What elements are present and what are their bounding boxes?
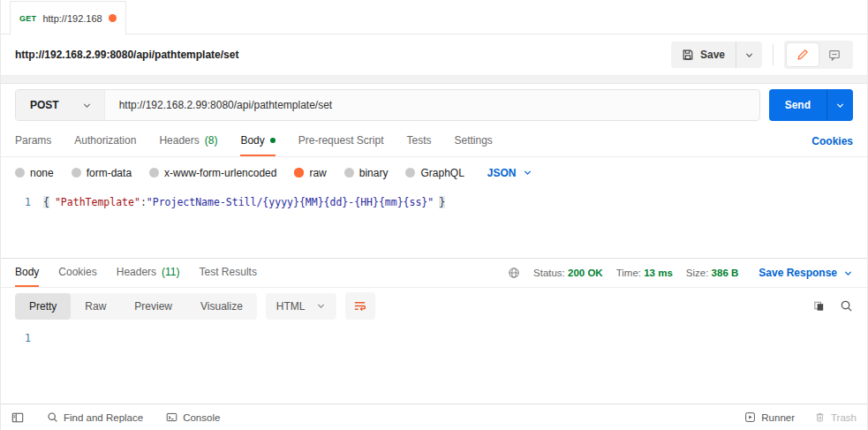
- request-title-row: http://192.168.2.99:8080/api/pathtemplat…: [1, 34, 867, 76]
- radio-icon: [72, 168, 81, 177]
- request-tabs-row: Params Authorization Headers(8) Body Pre…: [1, 126, 867, 157]
- body-type-form-data[interactable]: form-data: [72, 167, 132, 179]
- response-line-number: 1: [1, 332, 43, 344]
- pencil-icon: [796, 49, 809, 61]
- tab-settings[interactable]: Settings: [455, 126, 493, 156]
- headers-count: (8): [205, 134, 218, 147]
- language-value: JSON: [487, 167, 517, 179]
- tab-headers[interactable]: Headers(8): [159, 126, 217, 156]
- request-tab[interactable]: GET http://192.168..: [10, 1, 126, 34]
- language-dropdown[interactable]: JSON: [487, 167, 532, 179]
- body-type-none[interactable]: none: [15, 167, 54, 179]
- response-headers-count: (11): [162, 266, 179, 278]
- title-actions: Save: [671, 41, 853, 69]
- trash-button[interactable]: Trash: [814, 411, 857, 423]
- wrap-text-button[interactable]: [345, 292, 375, 320]
- save-button[interactable]: Save: [671, 41, 736, 68]
- response-tab-body[interactable]: Body: [15, 259, 39, 287]
- radio-selected-icon: [294, 168, 304, 177]
- response-tab-cookies[interactable]: Cookies: [58, 259, 96, 287]
- cookies-link[interactable]: Cookies: [811, 126, 853, 156]
- copy-icon[interactable]: [812, 299, 826, 313]
- toggle-sidebar-icon[interactable]: [11, 411, 24, 424]
- tab-tests[interactable]: Tests: [406, 126, 431, 156]
- wrap-text-icon: [353, 299, 366, 313]
- chevron-down-icon: [82, 101, 92, 110]
- unsaved-changes-dot: [109, 14, 117, 22]
- view-tab-preview[interactable]: Preview: [120, 293, 186, 320]
- edit-mode-button[interactable]: [787, 43, 819, 66]
- radio-icon: [405, 168, 415, 177]
- chevron-down-icon: [316, 301, 326, 311]
- status-value: 200 OK: [568, 268, 603, 278]
- time-pair: Time: 13 ms: [616, 268, 673, 278]
- radio-icon: [149, 168, 159, 177]
- response-tab-headers[interactable]: Headers(11): [117, 259, 180, 287]
- save-response-button[interactable]: Save Response: [759, 267, 853, 279]
- save-icon: [682, 49, 694, 61]
- method-value: POST: [30, 99, 59, 111]
- view-tab-raw[interactable]: Raw: [71, 293, 120, 320]
- body-type-graphql[interactable]: GraphQL: [405, 167, 464, 179]
- trash-icon: [814, 411, 826, 423]
- find-and-replace-button[interactable]: Find and Replace: [47, 411, 143, 423]
- chevron-down-icon: [843, 268, 853, 278]
- tab-params[interactable]: Params: [15, 126, 51, 156]
- response-body-viewer[interactable]: 1: [1, 324, 867, 404]
- body-type-raw[interactable]: raw: [294, 167, 326, 179]
- status-bar: Find and Replace Console Runner Trash: [1, 404, 867, 430]
- format-value: HTML: [276, 300, 306, 313]
- response-tabs: Body Cookies Headers(11) Test Results: [15, 259, 508, 287]
- request-name: http://192.168.2.99:8080/api/pathtemplat…: [15, 49, 671, 61]
- tab-strip: GET http://192.168..: [1, 0, 867, 34]
- view-tab-visualize[interactable]: Visualize: [186, 293, 257, 320]
- size-pair: Size: 386 B: [686, 268, 738, 278]
- app-window: GET http://192.168.. http://192.168.2.99…: [0, 0, 868, 430]
- chevron-down-icon: [835, 101, 845, 110]
- url-control: POST http://192.168.2.99:8080/api/pathte…: [15, 89, 760, 121]
- tab-authorization[interactable]: Authorization: [74, 126, 136, 156]
- runner-icon: [744, 411, 756, 423]
- response-actions: [812, 299, 853, 313]
- save-button-group: Save: [671, 41, 762, 68]
- tab-title: http://192.168..: [42, 13, 102, 24]
- time-value: 13 ms: [644, 268, 673, 278]
- body-type-urlencoded[interactable]: x-www-form-urlencoded: [149, 167, 276, 179]
- response-meta: Status: 200 OK Time: 13 ms Size: 386 B S…: [508, 259, 853, 287]
- network-globe-icon[interactable]: [508, 267, 520, 279]
- tab-method-label: GET: [19, 14, 36, 23]
- runner-button[interactable]: Runner: [744, 411, 795, 423]
- search-icon[interactable]: [840, 299, 853, 313]
- request-builder-row: POST http://192.168.2.99:8080/api/pathte…: [1, 84, 867, 126]
- status-pair: Status: 200 OK: [533, 268, 603, 278]
- tab-pre-request-script[interactable]: Pre-request Script: [298, 126, 384, 156]
- chevron-down-icon: [523, 168, 532, 177]
- status-bar-right: Runner Trash: [744, 411, 857, 423]
- view-tab-pretty[interactable]: Pretty: [15, 293, 71, 320]
- radio-icon: [344, 168, 354, 177]
- chevron-down-icon: [744, 50, 754, 60]
- response-line: 1: [1, 332, 867, 344]
- send-button[interactable]: Send: [769, 89, 826, 121]
- request-body-editor[interactable]: 1 {"PathTemplate":"ProjectName-Still/{yy…: [1, 188, 867, 259]
- tab-body[interactable]: Body: [240, 126, 275, 156]
- request-tabs: Params Authorization Headers(8) Body Pre…: [15, 126, 811, 156]
- divider: [773, 44, 774, 65]
- response-view-tabs: Pretty Raw Preview Visualize: [15, 293, 257, 320]
- body-type-binary[interactable]: binary: [344, 167, 389, 179]
- response-tabs-row: Body Cookies Headers(11) Test Results St…: [1, 259, 867, 288]
- body-type-row: none form-data x-www-form-urlencoded raw…: [1, 157, 867, 188]
- response-view-row: Pretty Raw Preview Visualize HTML: [1, 288, 867, 324]
- search-icon: [47, 411, 58, 423]
- save-options-button[interactable]: [736, 41, 762, 68]
- size-value: 386 B: [712, 268, 739, 278]
- response-tab-test-results[interactable]: Test Results: [200, 259, 257, 287]
- console-button[interactable]: Console: [166, 411, 220, 423]
- url-input[interactable]: http://192.168.2.99:8080/api/pathtemplat…: [104, 90, 759, 120]
- send-options-button[interactable]: [826, 89, 853, 121]
- code-content: {"PathTemplate":"ProjectName-Still/{yyyy…: [43, 196, 445, 208]
- method-dropdown[interactable]: POST: [16, 90, 104, 120]
- format-dropdown[interactable]: HTML: [266, 293, 336, 320]
- radio-icon: [15, 168, 25, 177]
- comment-mode-button[interactable]: [819, 43, 850, 66]
